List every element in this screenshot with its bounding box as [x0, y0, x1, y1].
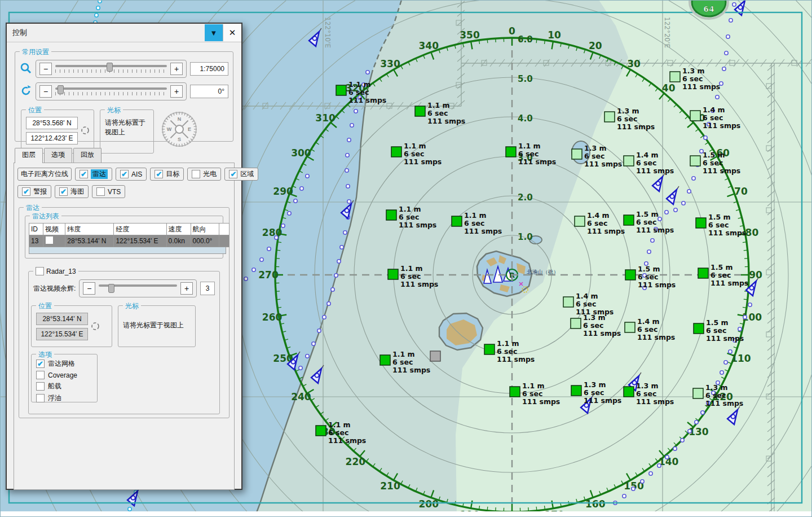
- wave-marker-label: 111 smps: [404, 157, 442, 166]
- checkbox-icon[interactable]: ✔: [229, 170, 237, 178]
- tab-回放[interactable]: 回放: [73, 148, 102, 163]
- layer-check-区域[interactable]: ✔区域: [224, 168, 258, 181]
- checkbox-icon[interactable]: ✔: [155, 170, 163, 178]
- option-check-Coverage[interactable]: Coverage: [36, 371, 97, 379]
- checkbox-icon[interactable]: [36, 394, 45, 402]
- afterglow-plus-button[interactable]: +: [180, 282, 193, 295]
- chain-dot: [743, 316, 747, 319]
- panel-title: 控制: [12, 28, 27, 38]
- chain-dot: [695, 420, 698, 424]
- bearing-label: 70: [734, 186, 748, 197]
- wave-marker-label: 1.5 m: [638, 265, 660, 273]
- checkbox-icon[interactable]: ✔: [120, 170, 129, 178]
- option-check-雷达网格[interactable]: ✔雷达网格: [36, 359, 97, 369]
- checkbox-icon[interactable]: [192, 170, 200, 178]
- chain-dot: [294, 199, 297, 203]
- radar-table[interactable]: ID视频纬度经度速度航向1328°53.144' N122°15.534' E0…: [29, 223, 230, 247]
- chain-dot: [632, 487, 635, 490]
- chain-dot: [732, 3, 736, 6]
- panel-dropdown-button[interactable]: ▼: [205, 24, 223, 41]
- bearing-tick: [276, 250, 280, 251]
- control-panel[interactable]: 控制 ▼ ✕ 常用设置 − + 1:750: [6, 23, 242, 490]
- layer-check-光电[interactable]: 光电: [187, 168, 221, 181]
- checkbox-icon[interactable]: ✔: [59, 187, 68, 196]
- tab-选项[interactable]: 选项: [44, 148, 72, 163]
- layer-check-警报[interactable]: ✔警报: [17, 185, 51, 198]
- rotation-minus-button[interactable]: −: [39, 85, 52, 98]
- view-lat-field[interactable]: 28°53.568' N: [26, 117, 78, 129]
- checkbox-icon[interactable]: ✔: [80, 170, 88, 178]
- radar13-position-group: 位置 28°53.144' N 122°15.534' E: [31, 305, 112, 347]
- wave-marker-square: [693, 388, 703, 398]
- panel-close-button[interactable]: ✕: [223, 24, 241, 41]
- chain-dot: [687, 190, 691, 193]
- layer-check-雷达[interactable]: ✔雷达: [75, 168, 112, 181]
- wave-marker-label: 6 sec: [636, 389, 656, 398]
- option-label: 雷达网格: [48, 359, 75, 369]
- checkbox-icon[interactable]: [36, 382, 45, 391]
- wave-marker-square: [563, 297, 573, 307]
- checkbox-icon[interactable]: ✔: [36, 360, 45, 368]
- checkbox-icon[interactable]: [96, 187, 105, 196]
- bearing-label: 10: [548, 29, 561, 41]
- rotation-slider[interactable]: − +: [36, 82, 187, 100]
- wave-marker-label: 111 smps: [427, 117, 465, 125]
- panel-titlebar[interactable]: 控制 ▼ ✕: [7, 24, 241, 42]
- edl-button[interactable]: 电子距离方位线: [17, 168, 72, 181]
- view-lon-field[interactable]: 122°12.423' E: [26, 132, 78, 144]
- afterglow-value[interactable]: 3: [200, 282, 215, 295]
- radar13-checkbox[interactable]: [36, 267, 44, 275]
- radar-table-row[interactable]: 1328°53.144' N122°15.534' E0.0kn000.0°: [29, 235, 230, 247]
- radar-list-legend: 雷达列表: [30, 212, 61, 221]
- wave-marker-label: 1.3 m: [636, 382, 659, 390]
- wave-marker-label: 6 sec: [583, 321, 603, 330]
- radar13-options-group: 选项 ✔雷达网格Coverage船载浮油: [31, 354, 98, 402]
- wave-marker-label: 111 smps: [617, 122, 655, 131]
- bearing-label: 0: [509, 25, 515, 37]
- wave-marker-square: [625, 270, 636, 280]
- layer-check-AIS[interactable]: ✔AIS: [116, 168, 147, 181]
- wave-marker-square: [625, 322, 635, 332]
- bearing-tick: [536, 507, 537, 511]
- svg-text:S: S: [178, 137, 181, 142]
- wave-marker-label: 111 smps: [636, 226, 674, 234]
- bearing-tick: [487, 507, 488, 511]
- bearing-tick: [744, 299, 748, 300]
- option-check-浮油[interactable]: 浮油: [36, 393, 97, 403]
- radar-video-checkbox[interactable]: [45, 236, 54, 244]
- option-check-船载[interactable]: 船载: [36, 382, 97, 391]
- center-crosshair-icon[interactable]: [80, 125, 90, 137]
- chain-dot: [288, 212, 291, 215]
- zoom-minus-button[interactable]: −: [39, 63, 52, 75]
- chain-dot: [343, 231, 347, 234]
- layer-check-VTS[interactable]: VTS: [92, 185, 125, 198]
- wave-marker-label: 6 sec: [703, 159, 723, 167]
- zoom-slider[interactable]: − +: [36, 60, 187, 78]
- afterglow-slider-handle[interactable]: [108, 284, 114, 293]
- zoom-slider-handle[interactable]: [107, 63, 113, 72]
- layer-check-海图[interactable]: ✔海图: [55, 185, 89, 198]
- wave-marker-label: 6 sec: [703, 113, 723, 122]
- bearing-label: 210: [380, 480, 400, 492]
- option-label: 船载: [48, 382, 61, 391]
- wave-marker-label: 1.3 m: [584, 380, 606, 389]
- layer-check-目标[interactable]: ✔目标: [150, 168, 184, 181]
- radar13-position-legend: 位置: [36, 301, 54, 311]
- checkbox-icon[interactable]: ✔: [22, 187, 30, 196]
- zoom-plus-button[interactable]: +: [170, 63, 183, 75]
- zoom-scale-value[interactable]: 1:75000: [190, 62, 228, 76]
- afterglow-slider[interactable]: − +: [79, 279, 197, 297]
- layers-tab-pane: 电子距离方位线 ✔雷达✔AIS✔目标光电✔区域 ✔警报✔海图VTS 雷达 雷达列…: [14, 163, 235, 490]
- rotation-value[interactable]: 0°: [190, 85, 228, 98]
- chain-dot: [252, 268, 255, 271]
- afterglow-minus-button[interactable]: −: [83, 282, 95, 295]
- wave-marker-square: [452, 216, 462, 226]
- chain-dot: [674, 208, 677, 212]
- chain-dot: [682, 201, 685, 205]
- tab-图层[interactable]: 图层: [15, 148, 43, 163]
- rotation-plus-button[interactable]: +: [170, 85, 183, 98]
- checkbox-icon[interactable]: [36, 371, 45, 379]
- rotation-slider-handle[interactable]: [58, 85, 64, 94]
- option-label: 浮油: [48, 393, 61, 403]
- radar13-crosshair-icon[interactable]: [90, 321, 100, 333]
